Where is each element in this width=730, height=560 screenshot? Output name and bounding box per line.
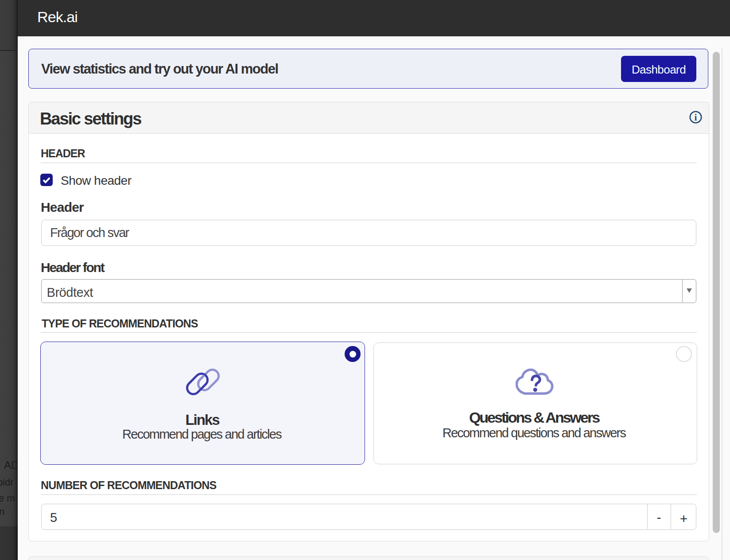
svg-text:i: i [695, 113, 697, 122]
